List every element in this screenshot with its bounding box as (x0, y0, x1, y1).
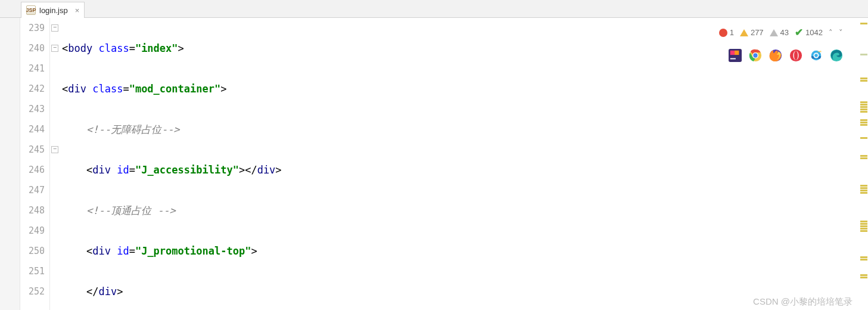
line-number: 251 (20, 261, 45, 281)
code-content[interactable]: <body class="index"> <div class="mod_con… (61, 18, 868, 310)
line-number: 240 (20, 38, 45, 58)
line-number: 242 (20, 79, 45, 99)
line-number: 239 (20, 18, 45, 38)
line-number: 247 (20, 180, 45, 200)
line-number: 245 (20, 140, 45, 160)
code-line: <div class="mod_container"> (62, 79, 868, 99)
fold-handle-icon[interactable] (51, 24, 58, 32)
line-number: 243 (20, 99, 45, 119)
code-line: <div id="J_accessibility"></div> (62, 160, 868, 180)
line-number: 248 (20, 200, 45, 221)
error-stripe[interactable] (860, 18, 868, 310)
line-number: 244 (20, 119, 45, 140)
line-number: 252 (20, 281, 45, 302)
close-icon[interactable]: × (75, 6, 80, 15)
tab-login-jsp[interactable]: JSP login.jsp × (21, 2, 85, 18)
line-number: 246 (20, 160, 45, 180)
code-editor[interactable]: 239 240 241 242 243 244 245 246 247 248 … (0, 18, 868, 310)
code-line: <body class="index"> (62, 38, 868, 58)
editor-tab-bar: JSP login.jsp × (0, 0, 868, 18)
tab-label: login.jsp (39, 6, 68, 15)
line-number: 241 (20, 58, 45, 79)
code-line: <!--无障碍占位--> (62, 119, 868, 140)
code-line: </div> (62, 281, 868, 302)
line-number: 249 (20, 221, 45, 241)
fold-handle-icon[interactable] (51, 45, 58, 52)
code-line: <div id="J_promotional-top"> (62, 241, 868, 261)
jsp-file-icon: JSP (26, 5, 36, 15)
code-line: <!--顶通占位 --> (62, 200, 868, 221)
line-number-gutter: 239 240 241 242 243 244 245 246 247 248 … (20, 18, 50, 310)
left-gutter-strip (0, 18, 20, 310)
line-number: 250 (20, 241, 45, 261)
fold-column (50, 18, 61, 310)
watermark-text: CSDN @小黎的培培笔录 (753, 296, 853, 308)
fold-handle-icon[interactable] (51, 146, 58, 153)
